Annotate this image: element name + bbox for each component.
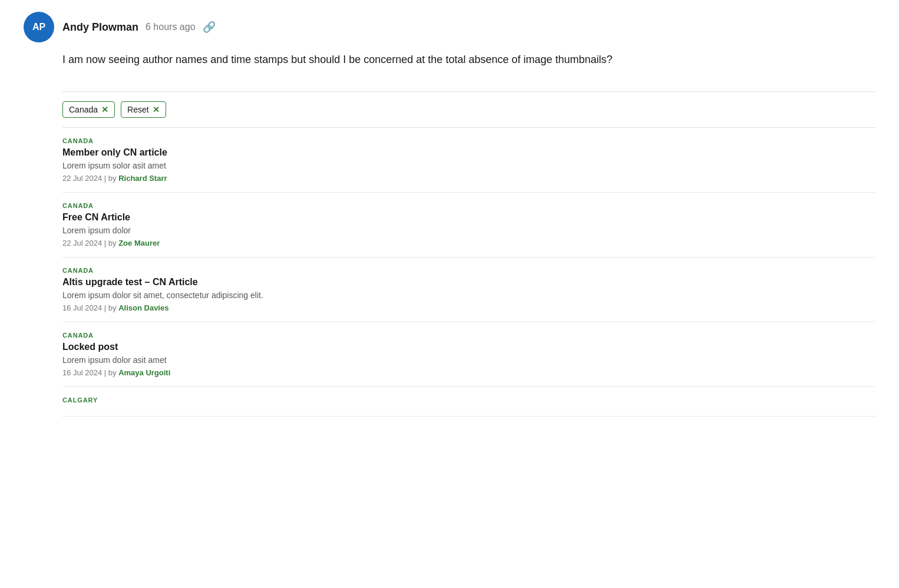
list-item: CALGARY (62, 387, 875, 417)
list-item: CANADA Altis upgrade test – CN Article L… (62, 257, 875, 322)
avatar: AP (24, 12, 54, 42)
result-author-4[interactable]: Amaya Urgoiti (118, 368, 170, 377)
result-title-3[interactable]: Altis upgrade test – CN Article (62, 277, 875, 288)
filter-tag-canada[interactable]: Canada ✕ (62, 101, 115, 118)
result-content-3: CANADA Altis upgrade test – CN Article L… (62, 267, 875, 312)
filter-tag-canada-label: Canada (69, 105, 98, 114)
comment-meta: Andy Plowman 6 hours ago 🔗 (62, 21, 216, 34)
result-title-2[interactable]: Free CN Article (62, 212, 875, 223)
result-excerpt-4: Lorem ipsum dolor asit amet (62, 355, 875, 365)
result-category-3: CANADA (62, 267, 875, 274)
result-layout-2: CANADA Free CN Article Lorem ipsum dolor… (62, 202, 875, 247)
list-item: CANADA Free CN Article Lorem ipsum dolor… (62, 193, 875, 257)
list-item: CANADA Locked post Lorem ipsum dolor asi… (62, 322, 875, 387)
result-excerpt-2: Lorem ipsum dolor (62, 226, 875, 235)
result-title-1[interactable]: Member only CN article (62, 147, 875, 158)
filter-tag-reset[interactable]: Reset ✕ (121, 101, 166, 118)
avatar-initials: AP (32, 22, 45, 32)
link-icon[interactable]: 🔗 (203, 21, 216, 34)
result-category-5: CALGARY (62, 397, 875, 404)
result-meta-4: 16 Jul 2024 | by Amaya Urgoiti (62, 368, 875, 377)
filter-tags: Canada ✕ Reset ✕ (62, 101, 875, 118)
list-item: CANADA Member only CN article Lorem ipsu… (62, 128, 875, 193)
comment-author: Andy Plowman (62, 21, 138, 34)
filter-tag-canada-close[interactable]: ✕ (101, 105, 108, 114)
result-category-1: CANADA (62, 137, 875, 144)
top-divider (62, 91, 875, 92)
result-author-1[interactable]: Richard Starr (118, 174, 167, 183)
result-content-2: CANADA Free CN Article Lorem ipsum dolor… (62, 202, 875, 247)
result-layout-4: CANADA Locked post Lorem ipsum dolor asi… (62, 332, 875, 377)
comment-time: 6 hours ago (146, 22, 196, 32)
comment-body: I am now seeing author names and time st… (62, 52, 875, 68)
result-author-2[interactable]: Zoe Maurer (118, 239, 160, 247)
comment-header: AP Andy Plowman 6 hours ago 🔗 (24, 12, 875, 42)
result-author-3[interactable]: Alison Davies (118, 303, 168, 312)
result-meta-1: 22 Jul 2024 | by Richard Starr (62, 174, 875, 183)
result-excerpt-1: Lorem ipsum solor asit amet (62, 161, 875, 170)
result-layout-1: CANADA Member only CN article Lorem ipsu… (62, 137, 875, 183)
result-excerpt-3: Lorem ipsum dolor sit amet, consectetur … (62, 290, 875, 300)
results-section: Canada ✕ Reset ✕ CANADA Member only CN a… (62, 91, 875, 417)
result-content-4: CANADA Locked post Lorem ipsum dolor asi… (62, 332, 875, 377)
filter-tag-reset-label: Reset (127, 105, 149, 114)
result-content-1: CANADA Member only CN article Lorem ipsu… (62, 137, 875, 183)
result-category-4: CANADA (62, 332, 875, 339)
result-category-2: CANADA (62, 202, 875, 209)
result-meta-2: 22 Jul 2024 | by Zoe Maurer (62, 239, 875, 247)
result-layout-3: CANADA Altis upgrade test – CN Article L… (62, 267, 875, 312)
results-list: CANADA Member only CN article Lorem ipsu… (62, 127, 875, 417)
result-title-4[interactable]: Locked post (62, 342, 875, 352)
filter-tag-reset-close[interactable]: ✕ (153, 105, 160, 114)
result-meta-3: 16 Jul 2024 | by Alison Davies (62, 303, 875, 312)
